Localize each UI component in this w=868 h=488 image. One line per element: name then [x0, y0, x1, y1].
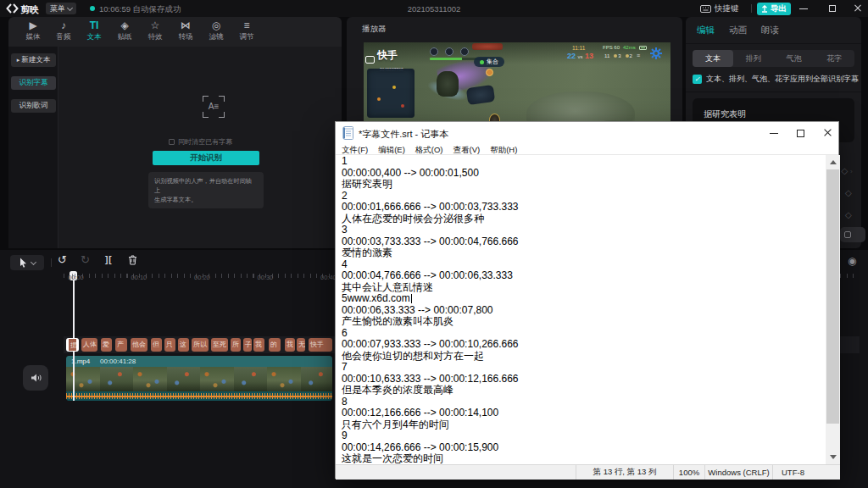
video-clip[interactable]: 1.mp4 00:00:41:28	[66, 356, 332, 401]
subtab-2[interactable]: 气泡	[774, 50, 815, 67]
notepad-close-button[interactable]	[815, 122, 842, 144]
subtitle-clip[interactable]: 至死	[211, 338, 228, 352]
keyframe-diamond-icon[interactable]: ◇	[845, 210, 852, 219]
srt-line-text: 6	[342, 327, 348, 339]
window-close-button[interactable]	[847, 0, 868, 17]
stat-number: 3	[618, 53, 620, 58]
subtab-3[interactable]: 花字	[814, 50, 854, 67]
select-tool-button[interactable]	[10, 255, 44, 270]
scrollbar-thumb[interactable]	[826, 169, 839, 424]
srt-line-text: 00:00:10,633.333 --> 00:00:12,166.666	[342, 373, 519, 385]
apply-to-all-option[interactable]: ✓ 文本、排列、气泡、花字应用到全部识别字幕	[693, 74, 859, 85]
srt-line: 爱情的激素	[342, 247, 826, 259]
subtitle-clip[interactable]: 只	[164, 338, 175, 352]
text-sidebar: ▸新建文本识别字幕识别歌词	[8, 47, 58, 248]
settings-gear-icon[interactable]	[650, 47, 662, 59]
toolbar-item-transition[interactable]: ⋈转场	[170, 19, 201, 45]
notepad-menu-0[interactable]: 文件(F)	[342, 144, 368, 154]
partial-button[interactable]	[840, 227, 865, 242]
stat-icon	[626, 54, 629, 58]
redo-button[interactable]: ↻	[81, 253, 90, 266]
toolbar-item-media[interactable]: ▶媒体	[18, 19, 48, 45]
delete-button[interactable]	[128, 255, 137, 265]
toolbar-item-effects[interactable]: ☆特效	[140, 19, 170, 45]
clear-existing-subtitles-option[interactable]: 同时清空已有字幕	[59, 137, 342, 147]
srt-line: 00:00:07,933.333 --> 00:00:10,266.666	[342, 339, 826, 351]
playhead-line[interactable]	[73, 272, 75, 401]
undo-button[interactable]: ↺	[58, 253, 67, 266]
notepad-menu-2[interactable]: 格式(O)	[415, 144, 443, 154]
subtitle-clip[interactable]: 产	[115, 338, 127, 352]
app-titlebar: 剪映 菜单 10:06:59 自动保存成功 202105311002 快捷键 导…	[0, 0, 868, 17]
toolbar-item-sticker[interactable]: ◈贴纸	[109, 19, 140, 45]
subtitle-clip[interactable]: 无	[297, 338, 305, 352]
subtitle-clip[interactable]: 据	[66, 338, 79, 352]
notepad-maximize-button[interactable]	[787, 122, 815, 144]
keyframe-diamond-icon[interactable]: ◇	[845, 188, 852, 197]
subtitle-clip[interactable]: 子	[243, 338, 252, 352]
encoding-status: UTF-8	[772, 465, 833, 480]
subtitle-clip[interactable]: 但	[151, 338, 162, 352]
srt-line: 人体在恋爱的时候会分泌很多种	[342, 214, 826, 225]
srt-line: 00:00:00,400 --> 00:00:01,500	[342, 168, 826, 180]
subtitle-clip[interactable]: 爱	[101, 338, 112, 352]
notepad-scrollbar[interactable]	[826, 155, 840, 464]
subtitle-clip[interactable]: 所以	[192, 338, 209, 352]
notepad-menu-1[interactable]: 编辑(E)	[378, 144, 405, 154]
srt-line: 5www.x6d.com	[342, 293, 826, 305]
bracket-corner	[219, 96, 225, 102]
sidebar-button-new-text[interactable]: ▸新建文本	[11, 53, 56, 67]
capcut-app: 剪映 菜单 10:06:59 自动保存成功 202105311002 快捷键 导…	[0, 0, 868, 488]
toolbar-item-adjust[interactable]: ≡调节	[231, 19, 262, 45]
export-button[interactable]: 导出	[757, 3, 791, 15]
sidebar-button-recognize-subtitles[interactable]: 识别字幕	[11, 76, 56, 90]
srt-line: 但是本季炎的浓度最高峰	[342, 385, 826, 396]
subtab-0[interactable]: 文本	[693, 50, 733, 67]
subtab-1[interactable]: 排列	[733, 50, 774, 67]
menu-button[interactable]: 菜单	[46, 3, 76, 14]
game-stats-row: 1132≡	[604, 53, 640, 58]
notepad-titlebar[interactable]: *字幕文件.srt - 记事本	[336, 122, 838, 144]
adjust-icon: ≡	[231, 19, 262, 31]
subtitle-clip[interactable]: 我	[253, 338, 264, 352]
subtitle-clip[interactable]: 所	[231, 338, 241, 352]
subtitle-clip[interactable]: 的	[269, 338, 281, 352]
notepad-menu-4[interactable]: 帮助(H)	[490, 144, 517, 154]
inspector-tab-0[interactable]: 编辑	[697, 25, 715, 36]
toolbar-item-filter[interactable]: ◎滤镜	[201, 19, 231, 45]
start-recognition-button[interactable]: 开始识别	[153, 151, 259, 165]
notepad-text-area[interactable]: 100:00:00,400 --> 00:00:01,500据研究表明200:0…	[336, 155, 826, 464]
ping-avatar	[486, 69, 493, 76]
ping-value: 42ms	[623, 45, 636, 50]
subtitle-clip[interactable]: 他会	[131, 338, 147, 352]
game-minimap	[367, 69, 415, 118]
subtitle-clip[interactable]: 快手	[309, 338, 332, 352]
window-minimize-button[interactable]	[793, 0, 815, 17]
subtitle-clip[interactable]: 这	[178, 338, 189, 352]
toolbar-item-text[interactable]: TI文本	[79, 19, 109, 45]
sidebar-button-recognize-lyrics[interactable]: 识别歌词	[11, 99, 56, 113]
track-mute-button[interactable]	[23, 365, 48, 391]
srt-line: 只有六个月到4年的时间	[342, 419, 826, 431]
split-clip-button[interactable]: ][	[105, 255, 113, 264]
resize-grip[interactable]	[833, 465, 840, 480]
toolbar-item-audio[interactable]: ♪音频	[48, 19, 79, 45]
shortcut-keys-button[interactable]: 快捷键	[700, 3, 739, 14]
fps-value: FPS 60	[603, 45, 620, 50]
notepad-menu-3[interactable]: 查看(V)	[453, 144, 481, 154]
checkbox-unchecked-icon	[169, 139, 175, 145]
notepad-minimize-button[interactable]	[760, 122, 787, 144]
subtitle-clip[interactable]: 我	[285, 338, 295, 352]
game-hero-avatar	[445, 47, 453, 56]
minimap-dot	[401, 104, 404, 108]
scoreboard-menu-icon[interactable]: ≡	[637, 53, 640, 58]
window-maximize-button[interactable]	[821, 0, 843, 17]
chevron-down-icon	[30, 258, 36, 264]
inspector-tab-2[interactable]: 朗读	[761, 25, 779, 36]
inspector-tab-1[interactable]: 动画	[729, 25, 747, 36]
subtitle-clip[interactable]: 人体	[81, 338, 97, 352]
stat-icon	[614, 54, 617, 58]
srt-line: 00:00:01,666.666 --> 00:00:03,733.333	[342, 202, 826, 214]
game-hero-avatar	[460, 47, 469, 56]
locate-playhead-button[interactable]: ◉	[848, 255, 856, 267]
